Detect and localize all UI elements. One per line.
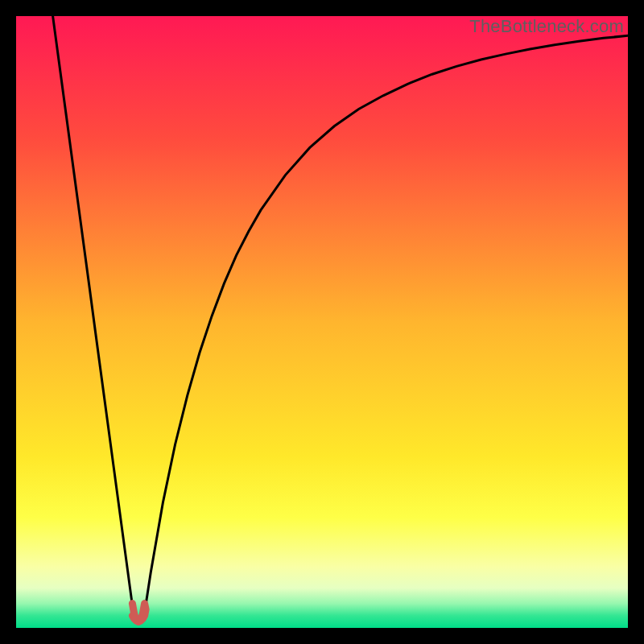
chart-svg: [16, 16, 628, 628]
chart-frame: TheBottleneck.com: [16, 16, 628, 628]
gradient-background: [16, 16, 628, 628]
plot-area: TheBottleneck.com: [16, 16, 628, 628]
